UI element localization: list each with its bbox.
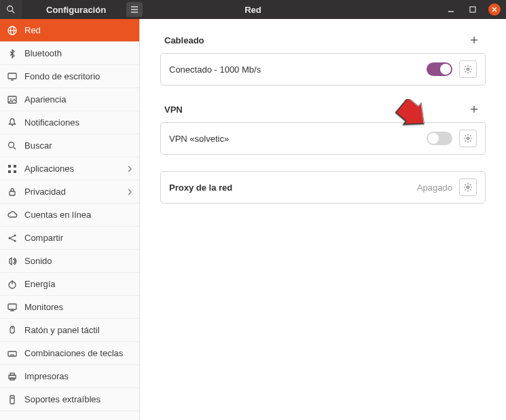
sidebar-item-label: Privacidad — [24, 187, 66, 197]
sidebar-item-apps[interactable]: Aplicaciones — [0, 157, 139, 180]
svg-rect-23 — [10, 191, 15, 195]
gear-icon — [463, 183, 473, 192]
svg-point-17 — [9, 142, 14, 147]
vpn-row: VPN «solvetic» — [161, 123, 485, 154]
mouse-icon — [7, 325, 18, 336]
vpn-name: VPN «solvetic» — [169, 134, 420, 144]
sidebar-item-label: Red — [24, 25, 41, 35]
hamburger-icon — [130, 6, 139, 13]
sidebar-item-bluetooth[interactable]: Bluetooth — [0, 42, 139, 65]
proxy-row[interactable]: Proxy de la red Apagado — [161, 172, 485, 203]
sidebar-item-desktop[interactable]: Fondo de escritorio — [0, 65, 139, 88]
maximize-icon — [469, 6, 476, 13]
sidebar: RedBluetoothFondo de escritorioAparienci… — [0, 19, 140, 420]
sidebar-item-bell[interactable]: Notificaciones — [0, 111, 139, 134]
svg-line-28 — [10, 238, 14, 240]
cloud-icon — [7, 210, 18, 221]
proxy-title: Proxy de la red — [169, 183, 410, 193]
svg-point-0 — [7, 6, 13, 12]
wired-title: Cableado — [164, 35, 204, 45]
svg-rect-20 — [14, 165, 16, 168]
sidebar-item-label: Compartir — [24, 233, 63, 243]
power-icon — [7, 279, 18, 290]
vpn-toggle[interactable] — [427, 132, 452, 145]
proxy-section: Proxy de la red Apagado — [160, 171, 486, 204]
svg-line-27 — [10, 235, 14, 237]
sidebar-item-label: Monitores — [24, 302, 63, 312]
sidebar-item-label: Sonido — [24, 256, 52, 266]
plus-icon — [469, 104, 479, 114]
sidebar-item-label: Notificaciones — [24, 117, 79, 128]
svg-point-49 — [467, 137, 469, 140]
content-area: Cableado Conectado - 1000 Mb/s VPN — [140, 19, 506, 420]
plus-icon — [469, 35, 479, 45]
sidebar-item-label: Soportes extraíbles — [24, 394, 101, 404]
lock-icon — [7, 187, 18, 197]
sidebar-item-share[interactable]: Compartir — [0, 227, 139, 250]
vpn-settings-button[interactable] — [459, 130, 477, 147]
chevron-right-icon — [127, 166, 132, 172]
sidebar-item-printer[interactable]: Impresoras — [0, 365, 139, 388]
removable-icon — [7, 394, 18, 405]
app-title: Configuración — [46, 5, 106, 15]
keyboard-icon — [7, 348, 18, 359]
sidebar-item-globe[interactable]: Red — [0, 19, 139, 42]
sidebar-item-label: Apariencia — [24, 94, 66, 104]
sidebar-item-lock[interactable]: Privacidad — [0, 180, 139, 204]
maximize-button[interactable] — [467, 3, 479, 16]
desktop-icon — [7, 71, 18, 82]
wired-settings-button[interactable] — [459, 60, 477, 78]
svg-rect-6 — [470, 7, 475, 12]
wired-status: Conectado - 1000 Mb/s — [169, 64, 420, 75]
minimize-icon — [448, 6, 454, 13]
appearance-icon — [7, 94, 18, 105]
sidebar-item-label: Bluetooth — [24, 48, 62, 58]
sidebar-item-monitor[interactable]: Monitores — [0, 296, 139, 319]
sidebar-item-sound[interactable]: Sonido — [0, 250, 139, 273]
minimize-button[interactable] — [445, 3, 457, 16]
sidebar-item-label: Fondo de escritorio — [24, 71, 100, 81]
search-icon — [7, 140, 18, 151]
wired-toggle[interactable] — [427, 62, 452, 76]
svg-line-1 — [12, 11, 15, 14]
menu-button[interactable] — [126, 2, 143, 17]
sidebar-item-label: Buscar — [24, 140, 52, 151]
add-wired-button[interactable] — [467, 33, 482, 47]
sidebar-item-search[interactable]: Buscar — [0, 134, 139, 157]
svg-rect-36 — [8, 351, 16, 356]
wired-section: Cableado Conectado - 1000 Mb/s — [160, 33, 486, 85]
sidebar-item-removable[interactable]: Soportes extraíbles — [0, 388, 139, 411]
sidebar-item-label: Aplicaciones — [24, 164, 74, 174]
svg-rect-12 — [8, 73, 16, 79]
sidebar-item-label: Energía — [24, 279, 56, 289]
sound-icon — [7, 256, 18, 267]
proxy-status: Apagado — [417, 183, 452, 193]
svg-rect-39 — [10, 373, 14, 375]
vpn-section: VPN VPN «solvetic» — [160, 102, 486, 155]
bluetooth-icon — [7, 48, 18, 59]
search-button[interactable] — [0, 0, 22, 19]
sidebar-item-keyboard[interactable]: Combinaciones de teclas — [0, 342, 139, 365]
sidebar-item-appearance[interactable]: Apariencia — [0, 88, 139, 111]
proxy-settings-button[interactable] — [459, 178, 477, 196]
monitor-icon — [7, 302, 18, 313]
sidebar-item-mouse[interactable]: Ratón y panel táctil — [0, 319, 139, 342]
apps-icon — [7, 164, 18, 174]
close-button[interactable] — [488, 3, 501, 16]
share-icon — [7, 233, 18, 244]
vpn-title: VPN — [164, 104, 183, 115]
sidebar-item-label: Ratón y panel táctil — [24, 325, 100, 335]
chevron-right-icon — [127, 189, 132, 195]
sidebar-item-power[interactable]: Energía — [0, 273, 139, 296]
bell-icon — [7, 117, 18, 128]
close-icon — [491, 6, 498, 13]
page-title: Red — [245, 5, 261, 15]
gear-icon — [463, 134, 473, 143]
add-vpn-button[interactable] — [467, 102, 482, 117]
svg-point-46 — [467, 68, 469, 71]
svg-rect-21 — [8, 170, 11, 173]
svg-point-15 — [10, 98, 12, 100]
globe-icon — [7, 25, 18, 36]
sidebar-item-cloud[interactable]: Cuentas en línea — [0, 204, 139, 227]
svg-rect-19 — [8, 165, 11, 168]
